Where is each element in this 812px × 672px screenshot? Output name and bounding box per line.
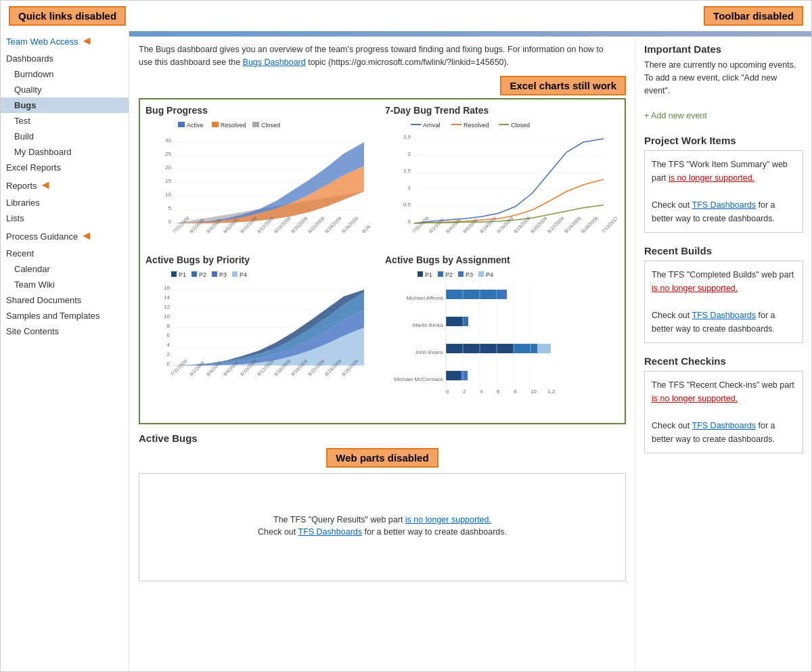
svg-text:8/24/2009: 8/24/2009 bbox=[564, 215, 582, 233]
svg-text:15: 15 bbox=[165, 178, 171, 184]
svg-text:Michael McCormack: Michael McCormack bbox=[394, 376, 444, 382]
sidebar-item-recent[interactable]: Recent bbox=[1, 246, 129, 261]
recent-builds-title: Recent Builds bbox=[644, 245, 803, 256]
svg-text:P2: P2 bbox=[445, 271, 453, 278]
svg-text:8/26/2009: 8/26/2009 bbox=[581, 215, 599, 233]
webparts-annotation-row: Web parts disabled bbox=[139, 448, 626, 468]
svg-text:14: 14 bbox=[164, 294, 170, 300]
sidebar-item-burndown[interactable]: Burndown bbox=[1, 66, 129, 82]
sidebar-item-libraries[interactable]: Libraries bbox=[1, 195, 129, 210]
active-bugs-section: Active Bugs Web parts disabled The TFS "… bbox=[139, 432, 626, 581]
rb-tfs-link[interactable]: TFS Dashboards bbox=[692, 311, 756, 320]
svg-text:2: 2 bbox=[167, 351, 171, 357]
sidebar-item-site-contents[interactable]: Site Contents bbox=[1, 323, 129, 339]
add-event-link[interactable]: Add new event bbox=[644, 111, 707, 120]
recent-builds-section: Recent Builds The TFS "Completed Builds"… bbox=[644, 245, 803, 343]
svg-text:P4: P4 bbox=[240, 271, 247, 278]
svg-text:P3: P3 bbox=[466, 271, 473, 278]
svg-text:8/22/2009: 8/22/2009 bbox=[547, 215, 565, 233]
svg-text:Martin Berka: Martin Berka bbox=[413, 322, 444, 328]
svg-text:8/26/2009: 8/26/2009 bbox=[341, 215, 359, 233]
charts-container: Bug Progress Active Resolved Closed bbox=[139, 98, 626, 424]
bugs-dashboard-link[interactable]: Bugs Dashboard bbox=[243, 58, 306, 67]
sidebar-item-lists[interactable]: Lists bbox=[1, 210, 129, 226]
svg-text:8/18/2009: 8/18/2009 bbox=[513, 215, 531, 233]
sidebar-item-process-guidance[interactable]: Process Guidance ◄ bbox=[1, 226, 129, 246]
tfs-dashboards-link-1[interactable]: TFS Dashboards bbox=[298, 527, 362, 537]
svg-rect-115 bbox=[500, 290, 507, 299]
recent-builds-box: The TFS "Completed Builds" web part is n… bbox=[644, 261, 803, 343]
pwi-no-longer-link[interactable]: is no longer supported. bbox=[669, 173, 754, 183]
svg-text:2.5: 2.5 bbox=[403, 134, 411, 140]
svg-text:8/20/2009: 8/20/2009 bbox=[290, 215, 309, 233]
svg-rect-4 bbox=[252, 122, 259, 127]
bug-progress-title: Bug Progress bbox=[145, 105, 380, 116]
svg-rect-117 bbox=[463, 317, 468, 326]
svg-text:5: 5 bbox=[168, 205, 172, 211]
svg-text:Resolved: Resolved bbox=[464, 122, 489, 129]
svg-rect-106 bbox=[458, 271, 464, 277]
svg-rect-119 bbox=[514, 344, 537, 353]
svg-text:Closed: Closed bbox=[261, 122, 280, 129]
rb-no-longer-link[interactable]: is no longer supported. bbox=[652, 284, 738, 293]
sidebar-item-quality[interactable]: Quality bbox=[1, 82, 129, 97]
top-annotation-bar: Quick links disabled Toolbar disabled bbox=[1, 1, 811, 31]
webparts-annotation-box: Web parts disabled bbox=[326, 448, 438, 468]
svg-text:Michael Affronti: Michael Affronti bbox=[406, 295, 443, 301]
recent-checkins-section: Recent Checkins The TFS "Recent Check-in… bbox=[644, 355, 803, 453]
active-priority-chart: Active Bugs by Priority P1 P2 P3 bbox=[145, 254, 380, 412]
pwi-tfs-link[interactable]: TFS Dashboards bbox=[692, 200, 756, 210]
svg-rect-108 bbox=[478, 271, 484, 277]
right-panel: Important Dates There are currently no u… bbox=[635, 37, 811, 671]
rc-tfs-link[interactable]: TFS Dashboards bbox=[692, 421, 756, 430]
intro-text: The Bugs dashboard gives you an overview… bbox=[139, 43, 612, 69]
sidebar-item-build[interactable]: Build bbox=[1, 129, 129, 144]
svg-text:0: 0 bbox=[167, 361, 171, 367]
svg-rect-104 bbox=[438, 271, 443, 277]
query-results-text: The TFS "Query Results" web part is no l… bbox=[273, 515, 491, 524]
svg-text:8/6/2009: 8/6/2009 bbox=[462, 217, 478, 233]
no-longer-supported-link-1[interactable]: is no longer supported. bbox=[405, 515, 491, 524]
bug-progress-svg: Active Resolved Closed 30 25 20 15 bbox=[145, 118, 380, 247]
svg-text:16: 16 bbox=[164, 285, 170, 291]
svg-rect-67 bbox=[191, 271, 197, 277]
svg-text:8/24/2009: 8/24/2009 bbox=[324, 215, 342, 233]
svg-text:8/22/2009: 8/22/2009 bbox=[307, 215, 325, 233]
svg-text:P3: P3 bbox=[219, 271, 227, 278]
svg-text:10: 10 bbox=[165, 192, 171, 198]
sidebar-item-excel-reports[interactable]: Excel Reports bbox=[1, 160, 129, 175]
sidebar-item-calendar[interactable]: Calendar bbox=[1, 261, 129, 277]
svg-text:Active: Active bbox=[187, 122, 204, 129]
svg-text:0: 0 bbox=[168, 219, 172, 225]
sidebar-item-reports[interactable]: Reports ◄ bbox=[1, 175, 129, 195]
rc-no-longer-link[interactable]: is no longer supported. bbox=[652, 394, 738, 403]
sidebar-item-bugs[interactable]: Bugs bbox=[1, 97, 129, 113]
svg-text:0.5: 0.5 bbox=[403, 202, 411, 208]
svg-text:Resolved: Resolved bbox=[221, 122, 246, 129]
svg-text:0: 0 bbox=[408, 219, 411, 225]
svg-text:8: 8 bbox=[167, 323, 171, 329]
svg-text:8/2/2009: 8/2/2009 bbox=[428, 217, 445, 233]
sidebar-item-team-wiki[interactable]: Team Wiki bbox=[1, 277, 129, 292]
svg-text:7/31/2009: 7/31/2009 bbox=[170, 358, 188, 376]
sidebar-item-dashboards[interactable]: Dashboards bbox=[1, 51, 129, 66]
charts-row-2: Active Bugs by Priority P1 P2 P3 bbox=[145, 254, 619, 412]
sidebar-item-shared-documents[interactable]: Shared Documents bbox=[1, 292, 129, 308]
svg-rect-69 bbox=[212, 271, 217, 277]
svg-rect-120 bbox=[537, 344, 551, 353]
sidebar-item-samples-templates[interactable]: Samples and Templates bbox=[1, 308, 129, 323]
svg-text:1: 1 bbox=[408, 185, 411, 191]
arrow-icon: ◄ bbox=[81, 34, 93, 47]
excel-annotation: Excel charts still work bbox=[139, 76, 626, 95]
svg-text:2: 2 bbox=[408, 151, 411, 157]
seven-day-chart: 7-Day Bug Trend Rates Arrival Resolved C… bbox=[385, 105, 619, 249]
recent-checkins-title: Recent Checkins bbox=[644, 355, 803, 367]
sidebar-item-my-dashboard[interactable]: My Dashboard bbox=[1, 144, 129, 160]
svg-text:1.5: 1.5 bbox=[403, 168, 411, 174]
sidebar-item-test[interactable]: Test bbox=[1, 113, 129, 129]
charts-row-1: Bug Progress Active Resolved Closed bbox=[145, 105, 619, 249]
reports-arrow-icon: ◄ bbox=[39, 178, 51, 192]
svg-text:P1: P1 bbox=[179, 271, 186, 278]
sidebar-item-team-web-access[interactable]: Team Web Access ◄ bbox=[1, 31, 129, 51]
seven-day-title: 7-Day Bug Trend Rates bbox=[385, 105, 619, 116]
